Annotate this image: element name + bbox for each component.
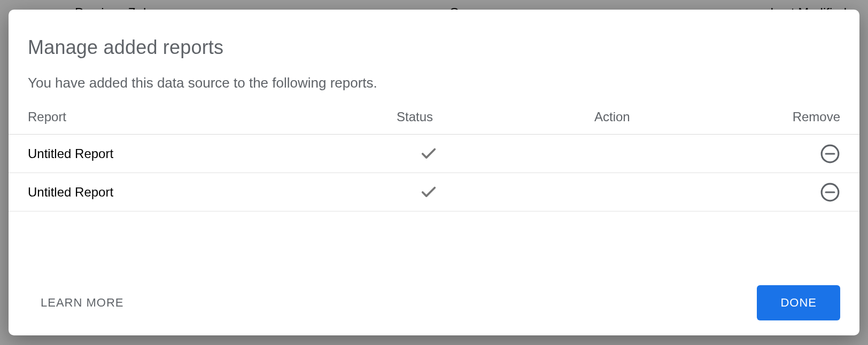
remove-circle-icon[interactable]	[820, 182, 840, 202]
learn-more-button[interactable]: LEARN MORE	[41, 296, 123, 310]
check-icon	[420, 183, 438, 201]
done-button[interactable]: DONE	[757, 285, 840, 320]
report-name: Untitled Report	[28, 146, 397, 161]
remove-circle-icon[interactable]	[820, 144, 840, 164]
table-header-row: Report Status Action Remove	[9, 103, 859, 135]
manage-reports-dialog: Manage added reports You have added this…	[9, 10, 859, 335]
status-cell	[397, 145, 461, 163]
dialog-title: Manage added reports	[28, 36, 840, 59]
check-icon	[420, 145, 438, 163]
report-name: Untitled Report	[28, 185, 397, 200]
col-header-status: Status	[397, 109, 461, 124]
col-header-action: Action	[461, 109, 637, 124]
dialog-actions: LEARN MORE DONE	[9, 285, 859, 335]
col-header-report: Report	[28, 109, 397, 124]
dialog-header: Manage added reports	[9, 10, 859, 75]
status-cell	[397, 183, 461, 201]
dialog-subtitle: You have added this data source to the f…	[9, 75, 859, 103]
table-row: Untitled Report	[9, 173, 859, 211]
reports-table: Report Status Action Remove Untitled Rep…	[9, 103, 859, 211]
table-row: Untitled Report	[9, 135, 859, 173]
remove-cell	[637, 182, 840, 202]
col-header-remove: Remove	[637, 109, 840, 124]
remove-cell	[637, 144, 840, 164]
